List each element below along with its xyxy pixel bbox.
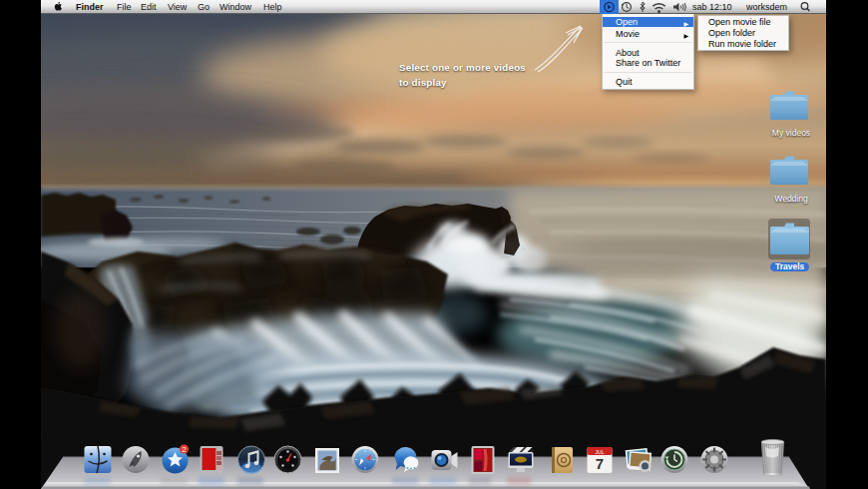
svg-text:7: 7 [596,455,604,472]
svg-text:2: 2 [182,445,186,454]
svg-text:JUL: JUL [596,449,605,455]
